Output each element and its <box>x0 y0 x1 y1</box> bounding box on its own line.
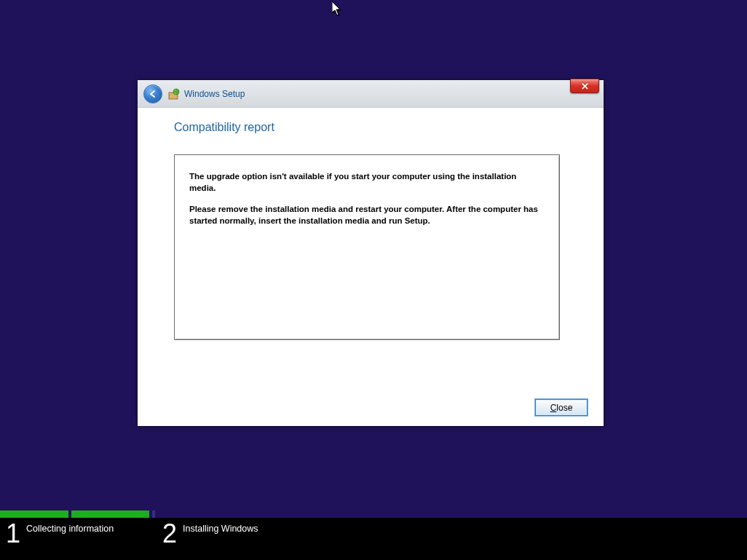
step-1-label: Collecting information <box>26 521 114 534</box>
dialog-content: Compatibility report The upgrade option … <box>138 108 604 340</box>
step-1: 1 Collecting information <box>0 521 157 547</box>
compatibility-report-box: The upgrade option isn't available if yo… <box>174 154 560 340</box>
step-1-number: 1 <box>6 521 20 547</box>
close-button[interactable]: Close <box>535 399 588 416</box>
step-2-label: Installing Windows <box>183 521 258 534</box>
dialog-titlebar: Windows Setup ✕ <box>138 80 604 108</box>
dialog-footer: Close <box>535 399 588 416</box>
step-2-number: 2 <box>162 521 177 547</box>
progress-strip <box>0 510 747 518</box>
window-close-button[interactable]: ✕ <box>570 79 599 93</box>
progress-seg-2 <box>71 510 149 518</box>
close-button-rest: lose <box>556 403 572 413</box>
desktop-background: Windows Setup ✕ Compatibility report The… <box>0 0 747 560</box>
page-title: Compatibility report <box>174 121 574 134</box>
report-paragraph-2: Please remove the installation media and… <box>189 204 545 226</box>
progress-seg-1 <box>0 510 68 518</box>
steps-bar: 1 Collecting information 2 Installing Wi… <box>0 518 747 560</box>
mouse-cursor <box>332 1 344 16</box>
setup-dialog: Windows Setup ✕ Compatibility report The… <box>138 80 604 426</box>
dialog-title: Windows Setup <box>184 89 245 99</box>
progress-remaining <box>155 510 747 518</box>
step-2: 2 Installing Windows <box>157 521 258 547</box>
close-icon: ✕ <box>581 82 589 91</box>
back-button[interactable] <box>143 84 162 103</box>
report-paragraph-1: The upgrade option isn't available if yo… <box>189 171 545 194</box>
setup-icon <box>168 88 180 100</box>
